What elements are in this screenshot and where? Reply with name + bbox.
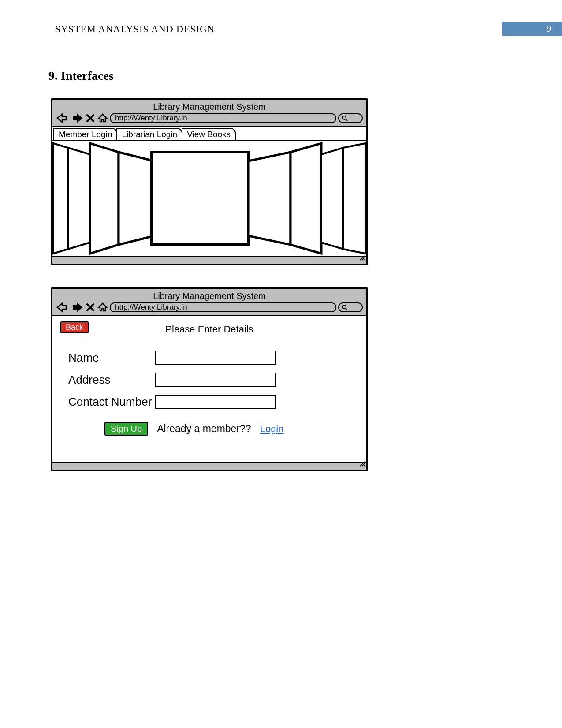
mockup-browser-2: Library Management System h xyxy=(51,287,368,471)
svg-marker-5 xyxy=(119,152,154,245)
input-address[interactable] xyxy=(155,373,276,387)
label-contact: Contact Number xyxy=(60,395,155,409)
search-icon xyxy=(342,304,348,310)
forward-arrow-icon[interactable] xyxy=(71,113,83,123)
forward-arrow-icon[interactable] xyxy=(71,302,83,313)
page-number-badge: 9 xyxy=(502,22,562,36)
svg-line-13 xyxy=(364,259,365,260)
url-bar[interactable]: http://Wenty Library.in xyxy=(110,113,336,123)
window-title: Library Management System xyxy=(56,291,363,301)
form-content: Back Please Enter Details Name Address C… xyxy=(52,316,366,462)
search-field[interactable] xyxy=(338,302,363,312)
label-address: Address xyxy=(60,373,155,387)
svg-rect-6 xyxy=(152,152,249,245)
carousel-coverflow[interactable] xyxy=(52,141,366,256)
svg-marker-3 xyxy=(68,148,90,249)
url-bar[interactable]: http://Wenty Library.in xyxy=(110,302,336,312)
signup-button[interactable]: Sign Up xyxy=(104,422,148,436)
form-title: Please Enter Details xyxy=(60,324,358,335)
page-header: SYSTEM ANALYSIS AND DESIGN 9 xyxy=(0,0,562,45)
action-row: Sign Up Already a member?? Login xyxy=(104,422,358,436)
home-icon[interactable] xyxy=(97,302,108,313)
resize-grip-icon[interactable] xyxy=(359,255,365,263)
svg-marker-9 xyxy=(321,148,343,249)
tab-librarian-login[interactable]: Librarian Login xyxy=(116,128,182,140)
browser-toolbar: Library Management System h xyxy=(52,100,366,127)
window-title: Library Management System xyxy=(56,102,363,112)
form-row-contact: Contact Number xyxy=(60,395,358,409)
status-bar xyxy=(52,462,366,470)
home-icon[interactable] xyxy=(97,113,108,123)
svg-marker-4 xyxy=(90,143,119,254)
svg-line-15 xyxy=(346,308,347,310)
back-button[interactable]: Back xyxy=(60,321,89,333)
input-name[interactable] xyxy=(155,351,276,365)
login-link[interactable]: Login xyxy=(260,423,284,435)
close-icon[interactable] xyxy=(86,303,95,312)
svg-marker-2 xyxy=(53,143,68,254)
section-heading: 9. Interfaces xyxy=(48,69,562,83)
svg-line-18 xyxy=(364,465,365,466)
svg-marker-7 xyxy=(249,152,290,245)
resize-grip-icon[interactable] xyxy=(359,461,365,469)
form-row-name: Name xyxy=(60,351,358,365)
svg-marker-10 xyxy=(343,143,365,254)
search-icon xyxy=(342,115,348,121)
svg-line-1 xyxy=(346,119,347,121)
form-row-address: Address xyxy=(60,373,358,387)
svg-point-14 xyxy=(342,305,346,309)
document-header-title: SYSTEM ANALYSIS AND DESIGN xyxy=(55,23,215,35)
tab-view-books[interactable]: View Books xyxy=(182,128,236,140)
back-arrow-icon[interactable] xyxy=(56,113,68,123)
status-bar xyxy=(52,256,366,264)
back-arrow-icon[interactable] xyxy=(56,302,68,313)
input-contact[interactable] xyxy=(155,395,276,409)
label-name: Name xyxy=(60,351,155,365)
mockup-browser-1: Library Management System h xyxy=(51,98,368,265)
tabs-row: Member Login Librarian Login View Books xyxy=(52,127,366,141)
svg-marker-8 xyxy=(290,143,321,254)
svg-point-0 xyxy=(342,116,346,119)
search-field[interactable] xyxy=(338,113,363,123)
member-prompt: Already a member?? xyxy=(157,423,251,435)
close-icon[interactable] xyxy=(86,114,95,123)
browser-toolbar: Library Management System h xyxy=(52,289,366,316)
tab-member-login[interactable]: Member Login xyxy=(53,128,117,140)
